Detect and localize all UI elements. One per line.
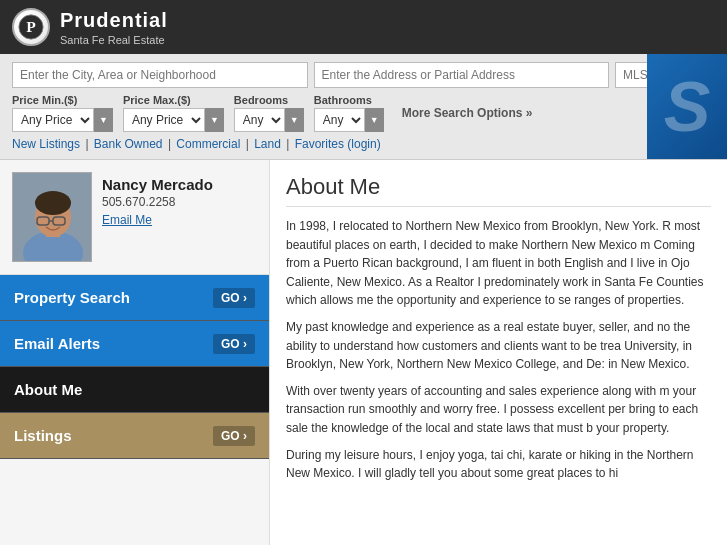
- price-max-label: Price Max.($): [123, 94, 224, 106]
- sidebar: Nancy Mercado 505.670.2258 Email Me Prop…: [0, 160, 270, 545]
- content-paragraph: In 1998, I relocated to Northern New Mex…: [286, 217, 711, 310]
- city-search-input[interactable]: [12, 62, 308, 88]
- sidebar-item-property-search[interactable]: Property Search GO ›: [0, 275, 269, 321]
- bedrooms-label: Bedrooms: [234, 94, 304, 106]
- content-paragraph: With over twenty years of accounting and…: [286, 382, 711, 438]
- bedrooms-select[interactable]: Any: [234, 108, 285, 132]
- price-max-select[interactable]: Any Price: [123, 108, 205, 132]
- sidebar-item-email-alerts[interactable]: Email Alerts GO ›: [0, 321, 269, 367]
- commercial-link[interactable]: Commercial: [176, 137, 240, 151]
- search-row-1: [12, 62, 715, 88]
- quick-links-bar: New Listings | Bank Owned | Commercial |…: [12, 137, 381, 151]
- svg-point-6: [35, 191, 71, 215]
- main-content: Nancy Mercado 505.670.2258 Email Me Prop…: [0, 160, 727, 545]
- email-alerts-go[interactable]: GO ›: [213, 334, 255, 354]
- email-alerts-label: Email Alerts: [14, 335, 100, 352]
- separator-2: |: [168, 137, 174, 151]
- login-link[interactable]: (login): [347, 137, 380, 151]
- bathrooms-label: Bathrooms: [314, 94, 384, 106]
- property-search-label: Property Search: [14, 289, 130, 306]
- sidebar-item-about-me[interactable]: About Me: [0, 367, 269, 413]
- header: P Prudential Santa Fe Real Estate: [0, 0, 727, 54]
- bank-owned-link[interactable]: Bank Owned: [94, 137, 163, 151]
- listings-go[interactable]: GO ›: [213, 426, 255, 446]
- listings-label: Listings: [14, 427, 72, 444]
- new-listings-link[interactable]: New Listings: [12, 137, 80, 151]
- company-subtitle: Santa Fe Real Estate: [60, 34, 168, 46]
- header-text: Prudential Santa Fe Real Estate: [60, 9, 168, 46]
- sidebar-item-listings[interactable]: Listings GO ›: [0, 413, 269, 459]
- bedrooms-filter: Bedrooms Any ▼: [234, 94, 304, 132]
- favorites-link[interactable]: Favorites: [295, 137, 344, 151]
- price-max-select-wrap: Any Price ▼: [123, 108, 224, 132]
- bathrooms-arrow[interactable]: ▼: [365, 108, 384, 132]
- price-min-filter: Price Min.($) Any Price ▼: [12, 94, 113, 132]
- company-name: Prudential: [60, 9, 168, 32]
- price-min-select-wrap: Any Price ▼: [12, 108, 113, 132]
- bedrooms-arrow[interactable]: ▼: [285, 108, 304, 132]
- bedrooms-select-wrap: Any ▼: [234, 108, 304, 132]
- property-search-go[interactable]: GO ›: [213, 288, 255, 308]
- more-search-options-button[interactable]: More Search Options »: [402, 106, 533, 120]
- s-graphic: S: [647, 54, 727, 159]
- price-max-filter: Price Max.($) Any Price ▼: [123, 94, 224, 132]
- price-min-label: Price Min.($): [12, 94, 113, 106]
- price-max-arrow[interactable]: ▼: [205, 108, 224, 132]
- logo-icon: P: [12, 8, 50, 46]
- search-bar: Price Min.($) Any Price ▼ Price Max.($) …: [0, 54, 727, 160]
- agent-photo: [12, 172, 92, 262]
- price-min-select[interactable]: Any Price: [12, 108, 94, 132]
- separator-4: |: [286, 137, 292, 151]
- search-row-2: Price Min.($) Any Price ▼ Price Max.($) …: [12, 94, 715, 132]
- land-link[interactable]: Land: [254, 137, 281, 151]
- separator-1: |: [85, 137, 91, 151]
- bathrooms-select[interactable]: Any: [314, 108, 365, 132]
- agent-email-link[interactable]: Email Me: [102, 213, 213, 227]
- price-min-arrow[interactable]: ▼: [94, 108, 113, 132]
- svg-text:P: P: [26, 18, 36, 35]
- agent-info: Nancy Mercado 505.670.2258 Email Me: [102, 172, 213, 262]
- content-paragraph: During my leisure hours, I enjoy yoga, t…: [286, 446, 711, 483]
- about-me-label: About Me: [14, 381, 82, 398]
- agent-card: Nancy Mercado 505.670.2258 Email Me: [0, 160, 269, 275]
- content-area: About Me In 1998, I relocated to Norther…: [270, 160, 727, 545]
- bathrooms-select-wrap: Any ▼: [314, 108, 384, 132]
- agent-name: Nancy Mercado: [102, 176, 213, 193]
- separator-3: |: [246, 137, 252, 151]
- page-title: About Me: [286, 174, 711, 207]
- agent-phone: 505.670.2258: [102, 195, 213, 209]
- content-body: In 1998, I relocated to Northern New Mex…: [286, 217, 711, 483]
- bathrooms-filter: Bathrooms Any ▼: [314, 94, 384, 132]
- quick-links: New Listings | Bank Owned | Commercial |…: [12, 137, 715, 151]
- address-search-input[interactable]: [314, 62, 610, 88]
- content-paragraph: My past knowledge and experience as a re…: [286, 318, 711, 374]
